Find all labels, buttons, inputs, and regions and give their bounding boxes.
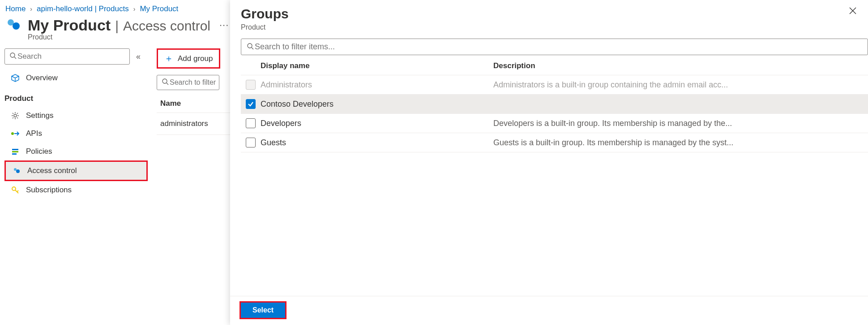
group-row-developers[interactable]: Developers Developers is a built-in grou…	[241, 114, 868, 133]
group-row-guests[interactable]: Guests Guests is a built-in group. Its m…	[241, 133, 868, 152]
nav-label: Overview	[26, 74, 58, 82]
svg-point-1	[13, 22, 20, 30]
svg-line-13	[167, 83, 168, 85]
panel-search[interactable]	[241, 39, 868, 55]
svg-rect-7	[12, 151, 18, 152]
nav-search-input[interactable]	[17, 52, 125, 61]
nav-label: Policies	[26, 147, 52, 156]
product-icon	[5, 16, 21, 34]
page-title-section: Access control	[123, 18, 210, 34]
plus-icon: ＋	[164, 52, 173, 65]
groups-panel: Groups Product Display name Description …	[230, 0, 868, 325]
panel-search-input[interactable]	[254, 42, 862, 52]
nav-label: Access control	[27, 166, 77, 175]
svg-point-2	[10, 53, 15, 57]
nav-label: APIs	[26, 129, 42, 138]
page-title: My Product	[28, 17, 111, 34]
nav-section-product: Product	[4, 87, 148, 107]
select-button[interactable]: Select	[241, 303, 285, 318]
svg-point-4	[14, 114, 17, 117]
content-filter-search[interactable]	[157, 75, 219, 90]
nav-search[interactable]	[4, 48, 130, 65]
checkbox[interactable]	[246, 118, 256, 128]
left-nav: « Overview Product Settings APIs Poli	[0, 46, 148, 199]
group-name: Administrators	[261, 80, 493, 90]
checkbox[interactable]	[246, 138, 256, 147]
key-icon	[11, 186, 20, 195]
group-name: Guests	[261, 138, 493, 147]
search-icon	[9, 52, 17, 61]
group-name: Developers	[261, 119, 493, 128]
svg-point-16	[248, 43, 252, 48]
panel-title: Groups	[241, 6, 289, 22]
page-title-separator: |	[115, 18, 119, 34]
group-row-contoso-developers[interactable]: Contoso Developers	[241, 95, 868, 114]
nav-apis[interactable]: APIs	[4, 125, 148, 143]
add-group-label: Add group	[178, 54, 213, 63]
group-name: Contoso Developers	[261, 100, 493, 109]
chevron-right-icon: ›	[133, 5, 136, 13]
svg-line-17	[252, 48, 253, 49]
svg-line-3	[14, 57, 16, 59]
collapse-nav-button[interactable]: «	[136, 52, 141, 61]
gear-icon	[11, 111, 20, 120]
column-header-description[interactable]: Description	[493, 61, 868, 70]
arrow-right-icon	[11, 129, 20, 138]
svg-point-12	[162, 79, 167, 83]
groups-picker-table: Display name Description Administrators …	[241, 57, 868, 152]
people-icon	[12, 166, 21, 175]
svg-rect-8	[12, 153, 17, 155]
svg-point-10	[16, 169, 20, 173]
nav-label: Subscriptions	[26, 186, 72, 195]
panel-subtitle: Product	[230, 23, 868, 39]
nav-overview[interactable]: Overview	[4, 69, 148, 87]
group-row-administrators: Administrators Administrators is a built…	[241, 75, 868, 95]
svg-point-11	[12, 187, 16, 191]
nav-subscriptions[interactable]: Subscriptions	[4, 181, 148, 199]
breadcrumb-home[interactable]: Home	[5, 4, 26, 13]
nav-policies[interactable]: Policies	[4, 143, 148, 160]
content-filter-input[interactable]	[169, 78, 219, 87]
panel-footer: Select	[230, 296, 868, 325]
nav-access-control[interactable]: Access control	[4, 160, 148, 181]
group-description: Developers is a built-in group. Its memb…	[493, 119, 868, 128]
search-icon	[162, 78, 169, 87]
breadcrumb-level2[interactable]: My Product	[140, 4, 178, 13]
policies-icon	[11, 147, 20, 156]
nav-settings[interactable]: Settings	[4, 107, 148, 125]
nav-label: Settings	[26, 111, 53, 120]
checkbox[interactable]	[246, 99, 256, 109]
breadcrumb-level1[interactable]: apim-hello-world | Products	[37, 4, 129, 13]
column-header-display-name[interactable]: Display name	[261, 61, 493, 70]
svg-point-9	[14, 168, 17, 171]
more-button[interactable]: ···	[217, 19, 231, 31]
group-description: Administrators is a built-in group conta…	[493, 80, 868, 90]
chevron-right-icon: ›	[30, 5, 32, 13]
search-icon	[247, 43, 254, 52]
checkbox	[246, 80, 256, 90]
add-group-button[interactable]: ＋ Add group	[157, 48, 220, 69]
svg-point-5	[11, 132, 14, 135]
group-description: Guests is a built-in group. Its membersh…	[493, 138, 868, 147]
svg-rect-6	[12, 149, 18, 150]
cube-icon	[11, 74, 20, 82]
close-button[interactable]	[848, 6, 857, 17]
